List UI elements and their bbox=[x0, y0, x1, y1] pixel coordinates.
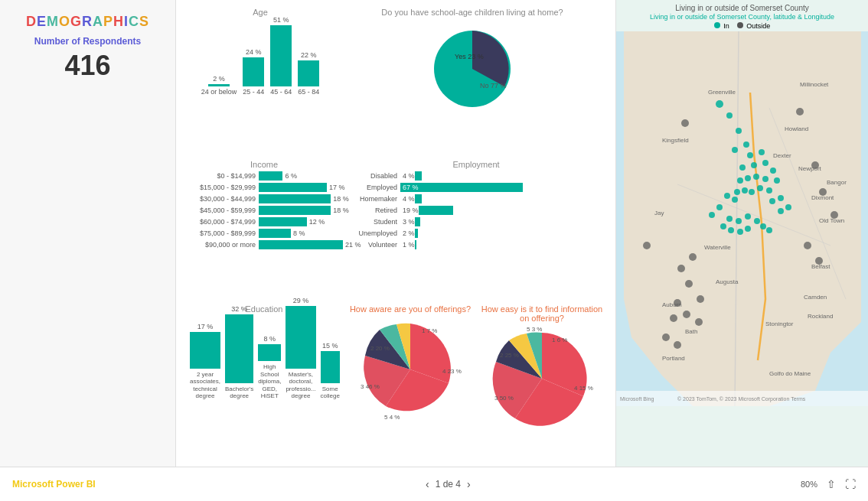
svg-point-90 bbox=[674, 341, 681, 349]
svg-text:Augusta: Augusta bbox=[716, 278, 739, 285]
svg-text:Microsoft Bing: Microsoft Bing bbox=[620, 396, 654, 402]
svg-point-83 bbox=[685, 280, 693, 288]
age-bar-col: 51 %45 - 64 bbox=[270, 16, 292, 96]
employment-title: Employment bbox=[348, 160, 605, 169]
income-bar-value: 8 % bbox=[293, 229, 305, 237]
fullscreen-icon[interactable]: ⛶ bbox=[845, 478, 856, 490]
edu-bar-rect bbox=[321, 351, 340, 383]
svg-text:5 4 %: 5 4 % bbox=[384, 414, 400, 421]
edu-bar-rect bbox=[190, 332, 220, 369]
age-chart: 2 %24 or below24 %25 - 4451 %45 - 6422 %… bbox=[194, 19, 328, 96]
employment-bar-label: Student bbox=[348, 218, 397, 226]
svg-text:1 7 %: 1 7 % bbox=[422, 327, 437, 334]
svg-point-39 bbox=[736, 128, 742, 134]
employment-bar-row: Student3 % bbox=[348, 217, 605, 226]
employment-bar-row: Volunteer1 % bbox=[348, 240, 605, 249]
svg-text:Stoningtor: Stoningtor bbox=[765, 320, 794, 327]
svg-text:Dexter: Dexter bbox=[773, 152, 791, 159]
ease-section: How easy is it to find information on of… bbox=[476, 301, 608, 462]
svg-point-63 bbox=[778, 208, 784, 214]
age-bar-label: 65 - 84 bbox=[298, 88, 319, 96]
svg-point-72 bbox=[745, 226, 751, 232]
share-icon[interactable]: ⇧ bbox=[827, 478, 836, 490]
svg-text:Bangor: Bangor bbox=[827, 179, 847, 186]
legend-in-dot bbox=[714, 22, 720, 28]
age-section: Age 2 %24 or below24 %25 - 4451 %45 - 64… bbox=[184, 5, 337, 154]
edu-bar-label: Bachelor's degree bbox=[225, 386, 253, 400]
svg-text:© 2023 TomTom, © 2023 Microsof: © 2023 TomTom, © 2023 Microsoft Corporat… bbox=[677, 396, 806, 402]
employment-section: Employment Disabled4 %Employed67 %Homema… bbox=[344, 157, 608, 298]
svg-point-85 bbox=[674, 299, 681, 307]
next-page-btn[interactable]: › bbox=[467, 478, 471, 490]
edu-bar-label: Some college bbox=[321, 386, 340, 400]
income-bar-label: $45,000 - $59,999 bbox=[187, 207, 256, 214]
edu-bar-label: High School diploma, GED, HiSET bbox=[258, 363, 281, 400]
powerbi-link[interactable]: Microsoft Power BI bbox=[12, 479, 96, 490]
svg-point-74 bbox=[728, 227, 734, 233]
svg-text:Bath: Bath bbox=[685, 328, 697, 335]
svg-text:Rockland: Rockland bbox=[808, 313, 833, 320]
svg-text:Yes 23 %: Yes 23 % bbox=[455, 53, 484, 60]
svg-point-73 bbox=[737, 229, 743, 235]
map-svg: Greenville Millinocket Howland Kingsfiel… bbox=[616, 31, 868, 406]
income-bar-row: $45,000 - $59,99918 % bbox=[187, 206, 341, 215]
prev-page-btn[interactable]: ‹ bbox=[426, 478, 429, 490]
age-bar-pct: 2 % bbox=[213, 75, 225, 83]
age-bar-rect bbox=[208, 84, 230, 86]
income-bar bbox=[259, 194, 331, 203]
edu-bar-pct: 29 % bbox=[293, 297, 309, 304]
svg-point-84 bbox=[697, 295, 704, 303]
employment-bar-value: 19 % bbox=[403, 207, 419, 214]
footer-icons: 80% ⇧ ⛶ bbox=[801, 478, 856, 490]
svg-point-56 bbox=[742, 187, 748, 194]
svg-text:Belfast: Belfast bbox=[811, 263, 830, 270]
map-subtitle: Living in or outside of Somerset County,… bbox=[616, 13, 868, 21]
income-bar bbox=[259, 171, 282, 181]
svg-point-47 bbox=[770, 168, 776, 174]
svg-point-64 bbox=[716, 204, 723, 210]
age-title: Age bbox=[253, 8, 268, 17]
svg-text:5 3 %: 5 3 % bbox=[527, 326, 542, 333]
employment-bar bbox=[419, 206, 453, 215]
svg-point-78 bbox=[811, 161, 819, 169]
age-bar-rect bbox=[270, 25, 292, 86]
edu-bar-label: Master's, doctoral, professio... degree bbox=[286, 371, 315, 400]
svg-point-71 bbox=[766, 227, 772, 233]
svg-text:3 50 %: 3 50 % bbox=[494, 395, 514, 402]
svg-point-59 bbox=[769, 198, 775, 204]
svg-text:Kingsfield: Kingsfield bbox=[662, 137, 689, 144]
svg-text:Howland: Howland bbox=[785, 125, 808, 132]
svg-point-46 bbox=[762, 160, 768, 166]
svg-point-87 bbox=[683, 311, 690, 318]
svg-text:Camden: Camden bbox=[804, 294, 827, 301]
employment-bar-row: Employed67 % bbox=[348, 183, 605, 192]
svg-point-89 bbox=[662, 333, 670, 341]
age-bar-pct: 22 % bbox=[301, 51, 317, 59]
ease-pie: 1 6 % 2 25 % 3 50 % 4 15 % 5 3 % bbox=[479, 325, 605, 432]
svg-point-69 bbox=[754, 218, 760, 224]
svg-point-40 bbox=[743, 142, 749, 148]
svg-point-68 bbox=[745, 213, 751, 220]
employment-bar bbox=[415, 194, 423, 203]
employment-bar bbox=[415, 217, 420, 226]
employment-bar-value: 67 % bbox=[403, 184, 419, 191]
svg-point-79 bbox=[819, 188, 827, 196]
income-bar-row: $15,000 - $29,99917 % bbox=[187, 183, 341, 192]
employment-bar-value: 3 % bbox=[403, 218, 415, 226]
children-section: Do you have school-age children living a… bbox=[337, 5, 608, 154]
income-bar-label: $30,000 - $44,999 bbox=[187, 195, 256, 203]
edu-bar-col: 15 %Some college bbox=[321, 342, 340, 400]
edu-bar-pct: 8 % bbox=[264, 335, 276, 343]
demographics-title: DEMOGRAPHICS bbox=[26, 14, 149, 30]
svg-point-38 bbox=[726, 112, 733, 119]
svg-point-62 bbox=[785, 204, 791, 210]
map-title: Living in or outside of Somerset County bbox=[616, 0, 868, 13]
svg-point-80 bbox=[830, 211, 838, 219]
svg-point-60 bbox=[732, 197, 738, 203]
age-bar-col: 24 %25 - 44 bbox=[243, 48, 264, 96]
income-bar-row: $60,000 - $74,99912 % bbox=[187, 217, 341, 226]
svg-point-88 bbox=[695, 318, 703, 326]
income-bar bbox=[259, 240, 343, 249]
employment-bar bbox=[415, 240, 416, 249]
svg-text:2 25 %: 2 25 % bbox=[500, 352, 519, 359]
